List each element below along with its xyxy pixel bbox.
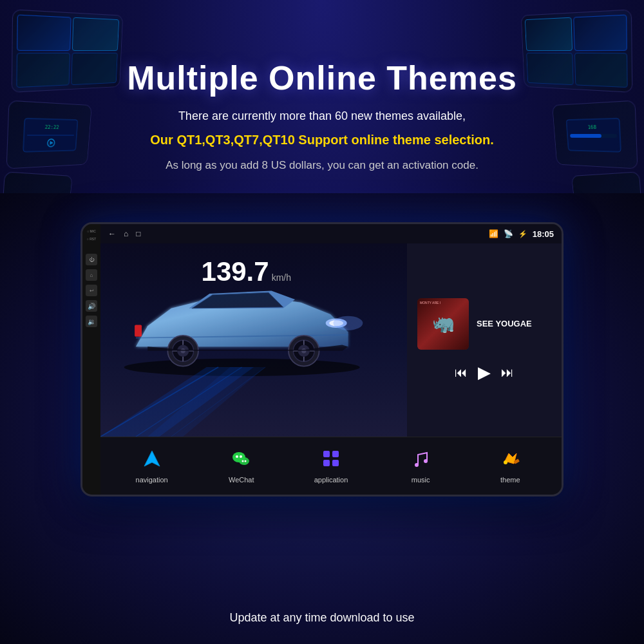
home-nav-icon[interactable]: ⌂ (124, 229, 128, 238)
svg-marker-35 (144, 451, 160, 466)
music-text-info: SEE YOUGAE (477, 319, 532, 328)
track-lines (100, 321, 407, 437)
album-icon: 🦏 (432, 313, 455, 334)
subtitle-3: As long as you add 8 US dollars, you can… (166, 157, 478, 174)
subtitle-1: There are currently more than 60 new the… (178, 108, 466, 125)
speed-display: 139.7km/h (202, 256, 291, 287)
head-unit: ○ MIC ○ RST ⏻ ⌂ ↩ 🔊 🔉 ← ⌂ □ 📶 📡 ⚡ (80, 222, 564, 497)
play-pause-button[interactable]: ▶ (478, 363, 491, 383)
album-label: MONTY ARE I (420, 301, 440, 305)
home-button[interactable]: ⌂ (86, 269, 97, 281)
status-indicators: 📶 📡 ⚡ 18:05 (489, 229, 554, 239)
svg-point-39 (239, 457, 249, 465)
device-container: ○ MIC ○ RST ⏻ ⌂ ↩ 🔊 🔉 ← ⌂ □ 📶 📡 ⚡ (80, 222, 564, 497)
bluetooth-icon: ⚡ (518, 230, 527, 238)
footer-caption: Update at any time download to use (0, 611, 644, 625)
svg-rect-42 (323, 451, 330, 457)
music-album-art: MONTY ARE I 🦏 (417, 298, 469, 350)
music-panel: MONTY ARE I 🦏 SEE YOUGAE ⏮ ▶ ⏭ (407, 243, 562, 437)
svg-point-46 (415, 463, 419, 467)
svg-point-48 (504, 460, 507, 464)
footer-text: Update at any time download to use (229, 611, 414, 624)
next-track-button[interactable]: ⏭ (501, 365, 514, 380)
svg-rect-44 (323, 460, 330, 466)
wechat-icon (231, 448, 252, 473)
wifi-icon: 📡 (504, 229, 513, 238)
svg-point-41 (244, 460, 246, 462)
status-bar: ← ⌂ □ 📶 📡 ⚡ 18:05 (100, 224, 562, 243)
music-controls: ⏮ ▶ ⏭ (417, 363, 551, 383)
nav-item-application[interactable]: application (305, 448, 357, 484)
navigation-icon (142, 448, 162, 473)
music-icon (410, 448, 431, 473)
svg-rect-43 (332, 451, 339, 457)
nav-controls: ← ⌂ □ (108, 229, 141, 238)
window-nav-icon[interactable]: □ (136, 229, 140, 238)
back-nav-icon[interactable]: ← (108, 229, 116, 238)
page-title: Multiple Online Themes (127, 59, 517, 97)
application-icon (321, 448, 341, 473)
main-screen: ← ⌂ □ 📶 📡 ⚡ 18:05 139.7km/h (100, 224, 562, 495)
navigation-label: navigation (136, 476, 168, 484)
svg-point-47 (424, 459, 428, 463)
mic-label: ○ MIC (87, 229, 96, 233)
svg-rect-45 (332, 460, 339, 466)
bottom-navigation: navigation WeChat (100, 437, 562, 495)
signal-icon: 📶 (489, 229, 498, 238)
power-button[interactable]: ⏻ (86, 254, 97, 265)
rst-label: ○ RST (87, 237, 96, 241)
nav-item-theme[interactable]: theme (484, 448, 536, 484)
prev-track-button[interactable]: ⏮ (455, 365, 468, 380)
music-title: SEE YOUGAE (477, 319, 532, 328)
application-label: application (314, 476, 348, 484)
music-label: music (412, 476, 430, 484)
side-button-panel: ○ MIC ○ RST ⏻ ⌂ ↩ 🔊 🔉 (82, 224, 100, 495)
theme-label: theme (500, 476, 520, 484)
svg-point-38 (240, 455, 242, 458)
clock-display: 18:05 (533, 229, 554, 239)
car-display-area: 139.7km/h (100, 243, 407, 437)
vol-down-button[interactable]: 🔉 (86, 316, 97, 327)
nav-item-music[interactable]: music (395, 448, 446, 484)
subtitle-2: Our QT1,QT3,QT7,QT10 Support online them… (150, 130, 493, 149)
speed-value: 139.7 (202, 256, 269, 287)
vol-up-button[interactable]: 🔊 (86, 300, 97, 312)
nav-item-navigation[interactable]: navigation (126, 448, 178, 484)
screen-content: 139.7km/h (100, 243, 562, 437)
wechat-label: WeChat (229, 476, 254, 484)
theme-icon (500, 448, 520, 473)
music-info-row: MONTY ARE I 🦏 SEE YOUGAE (417, 298, 551, 350)
svg-point-37 (236, 455, 238, 458)
header-section: Multiple Online Themes There are current… (0, 0, 644, 232)
back-button[interactable]: ↩ (86, 285, 97, 296)
speed-unit: km/h (272, 272, 291, 283)
svg-point-40 (242, 460, 243, 462)
nav-item-wechat[interactable]: WeChat (216, 448, 267, 484)
